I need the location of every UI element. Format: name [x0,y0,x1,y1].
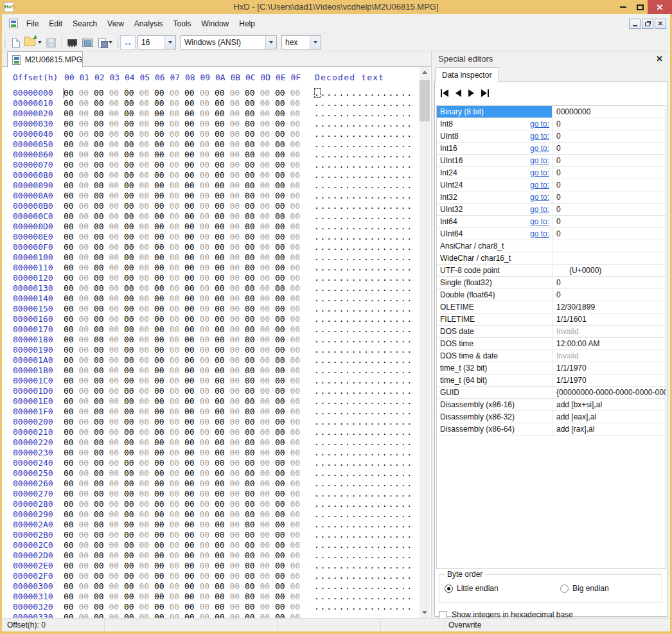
inspector-row[interactable]: Int32go to:0 [437,191,666,204]
hex-byte-cell[interactable]: 00 [275,139,290,150]
hex-byte-cell[interactable]: 00 [229,592,245,602]
hex-byte-cell[interactable]: 00 [64,592,79,602]
hex-byte-cell[interactable]: 00 [109,160,124,170]
hex-byte-cell[interactable]: 00 [109,499,124,509]
hex-byte-cell[interactable]: 00 [169,540,184,550]
inspector-value[interactable]: 0 [553,143,666,154]
hex-byte-cell[interactable]: 00 [94,592,109,602]
hex-byte-cell[interactable]: 00 [139,581,154,592]
hex-byte-cell[interactable]: 00 [245,129,260,139]
hex-byte-cell[interactable]: 00 [109,520,124,530]
menu-window[interactable]: Window [197,15,234,33]
hex-byte-cell[interactable]: 00 [169,170,184,181]
hex-byte-cell[interactable]: 00 [169,314,184,324]
hex-byte-cell[interactable]: 00 [139,181,154,191]
decoded-text-cell[interactable]: ................ [314,191,413,201]
hex-byte-cell[interactable]: 00 [124,468,139,479]
hex-byte-cell[interactable]: 00 [169,468,184,479]
dropdown-arrow-icon[interactable] [265,36,276,49]
hex-byte-cell[interactable]: 00 [154,324,170,335]
hex-byte-cell[interactable]: 00 [169,252,184,263]
hex-byte-cell[interactable]: 00 [169,242,184,252]
hex-byte-cell[interactable]: 00 [290,540,305,550]
hex-byte-cell[interactable]: 00 [124,232,139,242]
goto-link[interactable]: go to: [530,143,549,154]
hex-byte-cell[interactable]: 00 [64,294,79,304]
decoded-text-cell[interactable]: ................ [314,365,413,376]
hex-byte-cell[interactable]: 00 [229,314,245,324]
hex-byte-cell[interactable]: 00 [94,88,109,98]
goto-link[interactable]: go to: [530,167,549,179]
menu-edit[interactable]: Edit [44,15,67,33]
decoded-text-cell[interactable]: ................ [314,437,413,448]
hex-byte-cell[interactable]: 00 [64,222,79,232]
decoded-text-cell[interactable]: ................ [314,458,413,468]
hex-byte-cell[interactable]: 00 [169,437,184,448]
hex-byte-cell[interactable]: 00 [64,407,79,417]
hex-byte-cell[interactable]: 00 [275,119,290,129]
hex-byte-cell[interactable]: 00 [275,355,290,365]
inspector-value[interactable]: 0 [553,204,666,215]
hex-byte-cell[interactable]: 00 [78,119,94,129]
hex-byte-cell[interactable]: 00 [275,499,290,509]
hex-byte-cell[interactable]: 00 [184,530,200,540]
decoded-text-cell[interactable]: ................ [314,417,413,427]
hex-byte-cell[interactable]: 00 [245,530,260,540]
hex-byte-cell[interactable]: 00 [154,314,170,324]
hex-byte-cell[interactable]: 00 [260,88,275,98]
decoded-text-cell[interactable]: ................ [314,150,413,160]
hex-byte-cell[interactable]: 00 [199,150,215,160]
hex-byte-cell[interactable]: 00 [229,170,245,181]
hex-byte-cell[interactable]: 00 [64,355,79,365]
hex-byte-cell[interactable]: 00 [94,201,109,211]
decoded-text-cell[interactable]: ................ [314,170,413,181]
hex-byte-cell[interactable]: 00 [109,232,124,242]
hex-byte-cell[interactable]: 00 [290,520,305,530]
hex-byte-cell[interactable]: 00 [229,232,245,242]
hex-byte-cell[interactable]: 00 [154,396,170,407]
decoded-text-cell[interactable]: ................ [314,119,413,129]
hex-byte-cell[interactable]: 00 [215,355,230,365]
hex-byte-cell[interactable]: 00 [78,365,94,376]
hex-byte-cell[interactable]: 00 [275,201,290,211]
hex-byte-cell[interactable]: 00 [275,109,290,119]
hex-byte-cell[interactable]: 00 [124,407,139,417]
decoded-text-cell[interactable]: ................ [314,211,413,222]
hex-byte-cell[interactable]: 00 [94,550,109,561]
hex-byte-cell[interactable]: 00 [275,376,290,386]
hex-byte-cell[interactable]: 00 [229,191,245,201]
hex-byte-cell[interactable]: 00 [229,509,245,520]
hex-byte-cell[interactable]: 00 [260,150,275,160]
inspector-value[interactable]: 00000000 [553,106,666,118]
hex-byte-cell[interactable]: 00 [154,211,170,222]
decoded-text-cell[interactable]: ................ [314,427,413,437]
hex-byte-cell[interactable]: 00 [229,201,245,211]
hex-byte-cell[interactable]: 00 [199,139,215,150]
hex-byte-cell[interactable]: 00 [245,294,260,304]
little-endian-radio[interactable]: Little endian [445,584,499,593]
hex-byte-cell[interactable]: 00 [245,468,260,479]
hex-byte-cell[interactable]: 00 [64,335,79,345]
hex-byte-cell[interactable]: 00 [124,109,139,119]
hex-byte-cell[interactable]: 00 [94,139,109,150]
hex-byte-cell[interactable]: 00 [245,335,260,345]
hex-byte-cell[interactable]: 00 [109,109,124,119]
hex-byte-cell[interactable]: 00 [109,417,124,427]
decoded-text-cell[interactable]: ................ [314,509,413,520]
hex-byte-cell[interactable]: 00 [199,612,215,618]
hex-byte-cell[interactable]: 00 [229,160,245,170]
hex-byte-cell[interactable]: 00 [169,345,184,355]
hex-byte-cell[interactable]: 00 [78,355,94,365]
inspector-row[interactable]: Int16go to:0 [437,143,666,155]
hex-byte-cell[interactable]: 00 [64,232,79,242]
goto-link[interactable]: go to: [530,216,549,227]
hex-byte-cell[interactable]: 00 [199,520,215,530]
decoded-text-cell[interactable]: ................ [314,242,413,252]
decoded-text-cell[interactable]: ................ [314,530,413,540]
hex-byte-cell[interactable]: 00 [109,273,124,283]
hex-byte-cell[interactable]: 00 [64,540,79,550]
hex-byte-cell[interactable]: 00 [154,355,170,365]
inspector-row[interactable]: Disassembly (x86-16)add [bx+si],al [437,399,666,411]
open-ram-button[interactable] [65,35,79,49]
hex-byte-cell[interactable]: 00 [290,119,305,129]
